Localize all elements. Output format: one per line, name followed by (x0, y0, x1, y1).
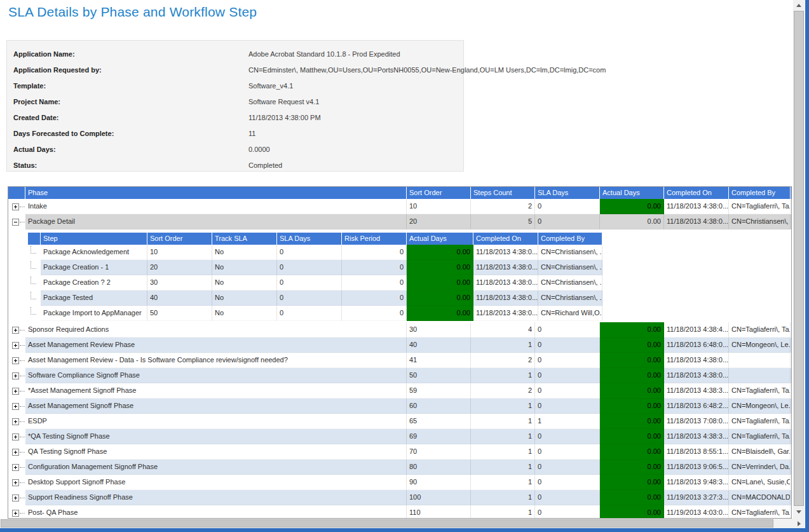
phase-row: Software Compliance Signoff Phase50100.0… (8, 368, 791, 383)
cell-completed-on: 11/18/2013 7:08:0... (664, 414, 729, 429)
tree-dots (20, 330, 25, 331)
expand-toggle-icon[interactable] (12, 449, 19, 456)
cell-sla-days: 0 (535, 199, 600, 214)
info-label: Status: (13, 161, 248, 169)
cell-phase: *Asset Management Signoff Phase (25, 383, 407, 399)
tree-dots (20, 207, 25, 207)
info-label: Template: (13, 82, 248, 90)
toggle-cell (8, 429, 25, 444)
cell-completed-by: CN=Christiansen\, ... (538, 290, 602, 306)
cell-sort-order: 80 (407, 460, 471, 475)
cell-track-sla: No (212, 306, 277, 321)
phase-row: QA Testing Signoff Phase70100.0011/18/20… (8, 444, 791, 460)
scroll-right-button[interactable] (794, 519, 804, 528)
tree-indent-cell (28, 245, 41, 260)
column-header: SLA Days (277, 233, 342, 245)
cell-steps-count: 2 (471, 199, 535, 214)
toggle-cell (8, 383, 25, 399)
cell-completed-by: CN=Lane\, Susie,O... (729, 475, 791, 490)
cell-completed-on: 11/18/2013 6:48:2... (664, 399, 729, 414)
cell-actual-days: 0.00 (600, 368, 664, 383)
info-row: Application Name:Adobe Acrobat Standard … (7, 46, 463, 62)
toggle-cell (8, 368, 25, 383)
cell-actual-days: 0.00 (600, 429, 664, 444)
cell-phase: Sponsor Required Actions (25, 322, 407, 338)
cell-steps-count: 1 (471, 490, 535, 505)
step-row: Package Creation ? 230No000.0011/18/2013… (28, 275, 602, 290)
expand-toggle-icon[interactable] (12, 418, 19, 425)
cell-completed-on: 11/18/2013 4:38:3... (664, 429, 729, 444)
cell-risk-period: 0 (342, 275, 407, 290)
cell-completed-on: 11/18/2013 8:55:1... (664, 444, 729, 460)
cell-steps-count: 1 (471, 505, 535, 519)
tree-indent-cell (28, 260, 41, 275)
expand-toggle-icon[interactable] (12, 494, 19, 501)
cell-completed-by (729, 368, 791, 383)
scroll-up-button[interactable] (793, 0, 805, 10)
expand-toggle-icon[interactable] (12, 342, 19, 349)
info-row: Days Forecasted to Complete:11 (7, 125, 463, 141)
expand-toggle-icon[interactable] (12, 327, 19, 334)
phase-row: Intake10200.0011/18/2013 4:38:0...CN=Tag… (8, 199, 791, 214)
tree-indent-cell (28, 290, 41, 306)
step-row: Package Creation - 120No000.0011/18/2013… (28, 260, 602, 275)
cell-step: Package Creation ? 2 (41, 275, 147, 290)
cell-steps-count: 1 (471, 338, 535, 353)
cell-steps-count: 2 (471, 383, 535, 399)
cell-sort-order: 20 (407, 214, 471, 229)
cell-track-sla: No (212, 290, 277, 306)
step-row: Package Import to AppManager50No000.0011… (28, 306, 602, 321)
cell-phase: Asset Management Signoff Phase (25, 399, 407, 414)
toggle-cell (8, 414, 25, 429)
cell-completed-on: 11/18/2013 4:38:0... (664, 199, 729, 214)
horizontal-scrollbar-thumb[interactable] (1, 519, 773, 528)
cell-sla-days: 1 (535, 414, 600, 429)
expand-toggle-icon[interactable] (12, 388, 19, 395)
cell-sla-days: 0 (535, 399, 600, 414)
info-label: Application Name: (13, 50, 248, 58)
horizontal-scrollbar[interactable] (0, 519, 805, 528)
expand-toggle-icon[interactable] (12, 203, 19, 210)
toggle-cell (8, 490, 25, 505)
column-header: Completed On (664, 187, 729, 199)
cell-completed-on: 11/19/2013 3:27:3... (664, 490, 729, 505)
cell-step: Package Tested (41, 290, 147, 306)
expand-toggle-icon[interactable] (12, 372, 19, 379)
cell-completed-by: CN=Tagliaferri\, Ta.. (729, 414, 791, 429)
cell-sla-days: 0 (535, 475, 600, 490)
cell-completed-on: 11/18/2013 4:38:3... (664, 383, 729, 399)
collapse-toggle-icon[interactable] (12, 219, 19, 226)
cell-steps-count: 1 (471, 429, 535, 444)
phase-row: Configuration Management Signoff Phase80… (8, 460, 791, 475)
cell-completed-on: 11/19/2013 4:03:0... (664, 505, 729, 519)
expand-toggle-icon[interactable] (12, 510, 19, 517)
info-label: Project Name: (13, 98, 248, 106)
step-row: Package Tested40No000.0011/18/2013 4:38:… (28, 290, 602, 306)
tree-dots (20, 421, 25, 422)
cell-completed-on: 11/18/2013 4:38:0... (473, 306, 538, 321)
cell-sla-days: 0 (535, 322, 600, 338)
cell-completed-by: CN=Blaisdell\, Gar... (729, 444, 791, 460)
column-header: Completed By (729, 187, 791, 199)
expand-toggle-icon[interactable] (12, 357, 19, 364)
cell-phase: Intake (25, 199, 407, 214)
phase-row: *QA Testing Signoff Phase69100.0011/18/2… (8, 429, 791, 444)
expand-toggle-icon[interactable] (12, 403, 19, 410)
vertical-scrollbar-thumb[interactable] (794, 11, 804, 506)
cell-actual-days: 0.00 (407, 290, 473, 306)
expand-toggle-icon[interactable] (12, 479, 19, 486)
vertical-scrollbar[interactable] (793, 0, 805, 519)
toggle-cell (8, 322, 25, 338)
cell-actual-days: 0.00 (600, 338, 664, 353)
page-title: SLA Details by Phase and Workflow Step (8, 4, 257, 20)
triangle-up-icon (796, 4, 801, 7)
cell-actual-days: 0.00 (600, 475, 664, 490)
cell-risk-period: 0 (342, 245, 407, 260)
cell-completed-by: CN=Christiansen\, .. (729, 214, 791, 229)
expand-toggle-icon[interactable] (12, 464, 19, 471)
expand-toggle-icon[interactable] (12, 433, 19, 440)
window-border-right (805, 0, 809, 532)
column-header (8, 187, 25, 199)
column-header: Steps Count (471, 187, 535, 199)
scroll-down-button[interactable] (793, 507, 805, 517)
